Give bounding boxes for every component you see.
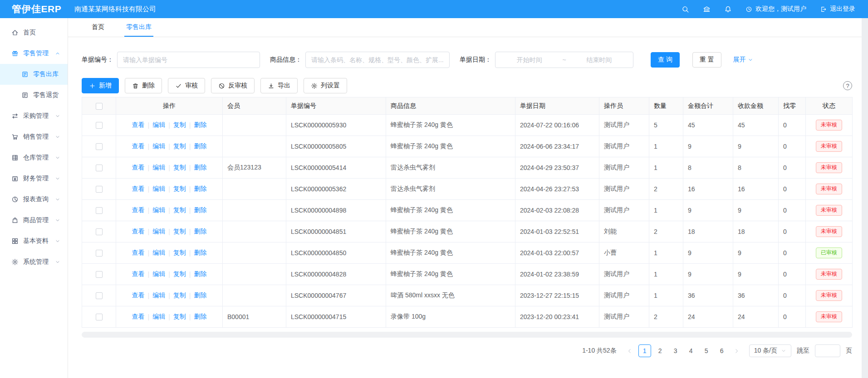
row-action-view[interactable]: 查看 [132,185,145,193]
sidebar-item-retail-outbound[interactable]: 零售出库 [0,64,68,85]
row-checkbox[interactable] [96,314,103,320]
row-action-edit[interactable]: 编辑 [152,164,165,172]
audit-button[interactable]: 审核 [168,78,205,93]
page-number-3[interactable]: 3 [669,344,682,357]
row-checkbox[interactable] [96,271,103,278]
bell-icon[interactable] [724,5,732,13]
row-action-view[interactable]: 查看 [132,228,145,236]
row-checkbox[interactable] [96,143,103,150]
row-action-copy[interactable]: 复制 [173,249,186,257]
row-action-copy[interactable]: 复制 [173,313,186,321]
row-action-delete[interactable]: 删除 [194,185,206,193]
sidebar-item-goods[interactable]: 商品管理 [0,210,68,231]
row-checkbox[interactable] [96,186,103,193]
row-action-edit[interactable]: 编辑 [152,121,165,129]
search-icon[interactable] [682,5,689,13]
row-checkbox[interactable] [96,122,103,129]
logout-button[interactable]: 退出登录 [820,5,855,13]
sidebar-item-home[interactable]: 首页 [0,22,68,43]
jump-page-input[interactable] [815,344,840,357]
add-button[interactable]: 新增 [82,78,119,93]
check-icon [175,82,182,89]
row-action-copy[interactable]: 复制 [173,142,186,150]
date-end-input[interactable] [568,56,630,63]
row-action-view[interactable]: 查看 [132,164,145,172]
delete-button[interactable]: 删除 [125,78,162,93]
date-start-input[interactable] [498,56,560,63]
help-icon[interactable]: ? [843,81,852,90]
tab-retail-outbound[interactable]: 零售出库 [124,18,153,37]
row-action-view[interactable]: 查看 [132,291,145,300]
tab-home[interactable]: 首页 [90,18,106,37]
row-checkbox[interactable] [96,207,103,214]
expand-link[interactable]: 展开 [733,56,753,64]
search-button[interactable]: 查 询 [651,52,680,68]
row-action-delete[interactable]: 删除 [194,313,206,321]
page-number-1[interactable]: 1 [638,344,651,357]
row-action-copy[interactable]: 复制 [173,291,186,300]
row-action-delete[interactable]: 删除 [194,164,206,172]
sidebar-item-warehouse[interactable]: 仓库管理 [0,147,68,168]
row-action-delete[interactable]: 删除 [194,270,206,278]
page-number-5[interactable]: 5 [700,344,713,357]
row-action-edit[interactable]: 编辑 [152,142,165,150]
horizontal-scrollbar[interactable] [82,332,852,338]
sidebar-item-basic[interactable]: 基本资料 [0,231,68,252]
unaudit-button[interactable]: 反审核 [211,78,255,93]
row-action-view[interactable]: 查看 [132,121,145,129]
row-action-delete[interactable]: 删除 [194,121,206,129]
export-button[interactable]: 导出 [260,78,298,93]
row-action-edit[interactable]: 编辑 [152,185,165,193]
row-action-view[interactable]: 查看 [132,142,145,150]
row-action-edit[interactable]: 编辑 [152,228,165,236]
row-checkbox[interactable] [96,165,103,171]
row-action-view[interactable]: 查看 [132,249,145,257]
row-action-view[interactable]: 查看 [132,206,145,214]
row-action-edit[interactable]: 编辑 [152,313,165,321]
row-action-delete[interactable]: 删除 [194,142,206,150]
row-action-edit[interactable]: 编辑 [152,291,165,300]
status-badge: 未审核 [816,311,842,322]
sidebar-item-sales[interactable]: 销售管理 [0,126,68,147]
row-action-edit[interactable]: 编辑 [152,249,165,257]
row-checkbox[interactable] [96,228,103,235]
prev-page-button[interactable] [624,344,636,357]
row-action-copy[interactable]: 复制 [173,206,186,214]
sidebar-item-purchase[interactable]: 采购管理 [0,106,68,126]
product-input[interactable] [305,52,450,68]
row-checkbox[interactable] [96,250,103,257]
row-action-view[interactable]: 查看 [132,313,145,321]
row-action-delete[interactable]: 删除 [194,206,206,214]
page-number-6[interactable]: 6 [716,344,728,357]
page-size-select[interactable]: 10 条/页 [749,344,791,357]
date-range-picker[interactable]: ~ [495,52,633,68]
bill-no-input[interactable] [117,52,260,68]
row-action-copy[interactable]: 复制 [173,185,186,193]
row-action-delete[interactable]: 删除 [194,249,206,257]
row-action-copy[interactable]: 复制 [173,228,186,236]
row-action-copy[interactable]: 复制 [173,270,186,278]
row-action-delete[interactable]: 删除 [194,228,206,236]
row-action-delete[interactable]: 删除 [194,291,206,300]
row-checkbox[interactable] [96,292,103,299]
sidebar-item-retail-return[interactable]: 零售退货 [0,85,68,106]
sidebar-item-report[interactable]: 报表查询 [0,189,68,210]
bank-icon[interactable] [703,5,711,13]
cell-change: 0 [779,285,806,306]
sidebar-item-retail[interactable]: 零售管理 [0,43,68,64]
sidebar-item-system[interactable]: 系统管理 [0,252,68,272]
sidebar-item-finance[interactable]: 财务管理 [0,168,68,189]
page-number-2[interactable]: 2 [654,344,667,357]
vertical-scrollbar[interactable] [862,18,868,378]
page-number-4[interactable]: 4 [685,344,697,357]
next-page-button[interactable] [731,344,743,357]
reset-button[interactable]: 重 置 [692,52,721,68]
row-action-edit[interactable]: 编辑 [152,206,165,214]
row-action-copy[interactable]: 复制 [173,121,186,129]
row-action-view[interactable]: 查看 [132,270,145,278]
row-action-edit[interactable]: 编辑 [152,270,165,278]
cell-received: 45 [733,115,779,136]
select-all-checkbox[interactable] [96,103,103,110]
row-action-copy[interactable]: 复制 [173,164,186,172]
column-settings-button[interactable]: 列设置 [304,78,347,93]
